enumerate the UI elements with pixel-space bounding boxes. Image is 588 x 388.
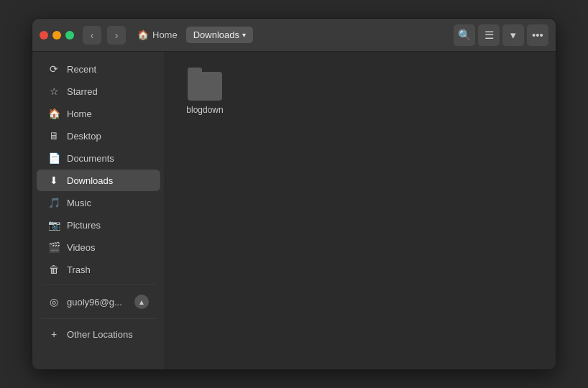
add-icon: +: [48, 328, 60, 340]
sidebar: ⟳ Recent ☆ Starred 🏠 Home 🖥 Desktop 📄 Do…: [32, 52, 165, 369]
sidebar-item-downloads-label: Downloads: [67, 175, 113, 186]
titlebar-actions: 🔍 ☰ ▾ •••: [454, 24, 548, 46]
breadcrumb-current-label: Downloads: [193, 29, 239, 40]
starred-icon: ☆: [48, 86, 60, 97]
breadcrumb-current[interactable]: Downloads ▾: [186, 27, 253, 43]
sidebar-item-music[interactable]: 🎵 Music: [37, 192, 160, 213]
sidebar-item-recent[interactable]: ⟳ Recent: [37, 58, 160, 80]
sidebar-item-documents[interactable]: 📄 Documents: [37, 147, 160, 169]
home-icon: 🏠: [137, 29, 149, 40]
file-item-label: blogdown: [186, 105, 223, 115]
sidebar-item-videos-label: Videos: [67, 242, 96, 253]
sidebar-item-home[interactable]: 🏠 Home: [37, 103, 160, 124]
back-button[interactable]: ‹: [83, 26, 101, 45]
sidebar-divider: [41, 285, 156, 285]
desktop-icon: 🖥: [48, 130, 60, 142]
breadcrumb-home-label: Home: [152, 29, 178, 40]
sidebar-item-music-label: Music: [67, 198, 91, 208]
user-info: ◎ guoly96@g...: [48, 296, 122, 308]
view-options-button[interactable]: ▾: [502, 24, 524, 46]
music-icon: 🎵: [48, 197, 60, 208]
sidebar-divider-2: [41, 318, 156, 319]
home-icon: 🏠: [48, 108, 60, 119]
sidebar-item-home-label: Home: [67, 108, 92, 119]
recent-icon: ⟳: [48, 63, 60, 75]
maximize-button[interactable]: [65, 31, 74, 40]
sidebar-item-desktop-label: Desktop: [67, 131, 101, 142]
chevron-down-icon: ▾: [242, 31, 246, 39]
file-area: blogdown: [165, 52, 556, 369]
breadcrumb-home[interactable]: 🏠 Home: [132, 27, 183, 43]
sidebar-item-recent-label: Recent: [67, 64, 96, 75]
sidebar-item-starred-label: Starred: [67, 86, 98, 97]
sidebar-item-trash[interactable]: 🗑 Trash: [37, 259, 160, 280]
eject-button[interactable]: ▲: [134, 295, 149, 309]
eject-icon: ▲: [138, 298, 145, 306]
sidebar-item-desktop[interactable]: 🖥 Desktop: [37, 125, 160, 147]
documents-icon: 📄: [48, 152, 60, 164]
trash-icon: 🗑: [48, 264, 60, 275]
file-item-blogdown[interactable]: blogdown: [180, 66, 230, 121]
sidebar-item-documents-label: Documents: [67, 153, 114, 164]
traffic-lights: [40, 31, 74, 40]
list-view-icon: ☰: [484, 29, 494, 42]
search-button[interactable]: 🔍: [454, 24, 475, 46]
sidebar-item-other-locations-label: Other Locations: [67, 329, 133, 340]
sidebar-item-user-label: guoly96@g...: [67, 297, 122, 308]
downloads-icon: ⬇: [48, 175, 60, 186]
search-icon: 🔍: [458, 29, 472, 42]
more-options-button[interactable]: •••: [527, 24, 548, 46]
sidebar-item-videos[interactable]: 🎬 Videos: [37, 236, 160, 258]
sidebar-item-user[interactable]: ◎ guoly96@g... ▲: [37, 290, 160, 314]
sidebar-item-other-locations[interactable]: + Other Locations: [37, 323, 160, 345]
content-area: ⟳ Recent ☆ Starred 🏠 Home 🖥 Desktop 📄 Do…: [32, 52, 556, 369]
sidebar-item-pictures[interactable]: 📷 Pictures: [37, 214, 160, 236]
chevron-down-icon: ▾: [510, 29, 516, 42]
ellipsis-icon: •••: [532, 29, 543, 41]
sidebar-item-pictures-label: Pictures: [67, 220, 101, 231]
sidebar-item-downloads[interactable]: ⬇ Downloads: [37, 170, 160, 191]
file-grid: blogdown: [180, 66, 541, 121]
sidebar-item-trash-label: Trash: [67, 264, 91, 275]
titlebar: ‹ › 🏠 Home Downloads ▾ 🔍 ☰ ▾ •••: [32, 19, 556, 52]
forward-button[interactable]: ›: [107, 26, 126, 45]
close-button[interactable]: [40, 31, 48, 40]
list-view-button[interactable]: ☰: [478, 24, 500, 46]
user-icon: ◎: [48, 296, 60, 308]
videos-icon: 🎬: [48, 241, 60, 253]
breadcrumb: 🏠 Home Downloads ▾: [132, 27, 448, 43]
sidebar-item-starred[interactable]: ☆ Starred: [37, 80, 160, 102]
pictures-icon: 📷: [48, 219, 60, 231]
minimize-button[interactable]: [52, 31, 61, 40]
file-manager-window: ‹ › 🏠 Home Downloads ▾ 🔍 ☰ ▾ •••: [32, 18, 556, 370]
folder-icon: [188, 72, 222, 101]
